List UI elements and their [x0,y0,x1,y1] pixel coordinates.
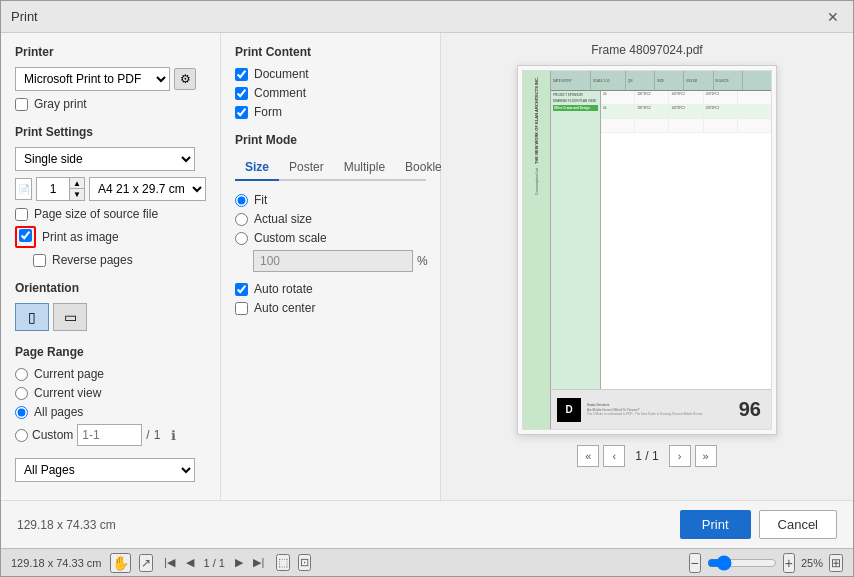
printer-settings-button[interactable]: ⚙ [174,68,196,90]
page-size-source-checkbox[interactable] [15,208,28,221]
mini-prev-page-button[interactable]: ◀ [181,554,199,572]
page-range-title: Page Range [15,345,206,359]
copies-input-wrap: 1 ▲ ▼ [36,177,85,201]
scale-input[interactable]: 100 [253,250,413,272]
custom-of-label: / [146,428,149,442]
fit-width-button[interactable]: ⬚ [276,554,290,571]
current-page-label: Current page [34,367,104,381]
first-page-button[interactable]: « [577,445,599,467]
dialog-body: Printer Microsoft Print to PDF Adobe PDF… [1,33,853,500]
info-button[interactable]: ℹ [164,426,182,444]
actual-size-label: Actual size [254,212,312,226]
current-page-radio[interactable] [15,368,28,381]
landscape-button[interactable]: ▭ [53,303,87,331]
tab-poster[interactable]: Poster [279,155,334,181]
cancel-button[interactable]: Cancel [759,510,837,539]
all-pages-radio[interactable] [15,406,28,419]
copies-arrows: ▲ ▼ [69,178,84,200]
copies-row: 📄 1 ▲ ▼ A4 21 x 29.7 cm Letter A3 [15,177,206,201]
mini-last-page-button[interactable]: ▶| [250,554,268,572]
print-button[interactable]: Print [680,510,751,539]
grid-view-button[interactable]: ⊞ [829,554,843,572]
select-tool-button[interactable]: ↗ [139,554,153,572]
form-label: Form [254,105,282,119]
document-checkbox[interactable] [235,68,248,81]
zoom-slider[interactable] [707,556,777,570]
footer-dimensions: 129.18 x 74.33 cm [17,518,116,532]
form-checkbox[interactable] [235,106,248,119]
print-mode-section: Print Mode Size Poster Multiple Booklet … [235,133,426,315]
custom-radio[interactable] [15,429,28,442]
print-mode-title: Print Mode [235,133,426,147]
all-pages-filter-select[interactable]: All Pages Odd Pages Even Pages [15,458,195,482]
copies-down-button[interactable]: ▼ [70,189,84,200]
prev-page-button[interactable]: ‹ [603,445,625,467]
title-bar: Print ✕ [1,1,853,33]
statusbar-left: 129.18 x 74.33 cm ✋ ↗ |◀ ◀ 1 / 1 ▶ ▶| ⬚ … [11,553,311,573]
fit-radio[interactable] [235,194,248,207]
print-dialog: Print ✕ Printer Microsoft Print to PDF A… [0,0,854,577]
dialog-footer: 129.18 x 74.33 cm Print Cancel [1,500,853,548]
mode-select[interactable]: Single side Both sides (Long edge) [15,147,195,171]
custom-row: Custom / 1 ℹ [15,424,206,446]
zoom-in-button[interactable]: + [783,553,795,573]
current-view-row: Current view [15,386,206,400]
dialog-title: Print [11,9,38,24]
close-button[interactable]: ✕ [823,7,843,27]
mini-next-page-button[interactable]: ▶ [230,554,248,572]
fit-page-button[interactable]: ⊡ [298,554,311,571]
page-size-select[interactable]: A4 21 x 29.7 cm Letter A3 [89,177,206,201]
percent-label: % [417,254,428,268]
page-range-section: Page Range Current page Current view All… [15,345,206,482]
portrait-button[interactable]: ▯ [15,303,49,331]
custom-scale-radio[interactable] [235,232,248,245]
custom-range-input[interactable] [77,424,142,446]
preview-area: THE NEW WORK OF KLAN ARCHITECTS INC. Con… [517,65,777,435]
tab-multiple[interactable]: Multiple [334,155,395,181]
actual-size-radio[interactable] [235,213,248,226]
gray-print-row: Gray print [15,97,206,111]
page-size-source-label: Page size of source file [34,207,158,221]
mini-page-display: 1 / 1 [201,557,228,569]
reverse-pages-label: Reverse pages [52,253,133,267]
copies-input[interactable]: 1 [37,178,69,200]
auto-rotate-checkbox[interactable] [235,283,248,296]
fit-label: Fit [254,193,267,207]
all-pages-select-row: All Pages Odd Pages Even Pages [15,452,206,482]
custom-total-label: 1 [154,428,161,442]
auto-rotate-row: Auto rotate [235,282,426,296]
print-content-section: Print Content Document Comment Form [235,45,426,119]
zoom-out-button[interactable]: − [689,553,701,573]
comment-label: Comment [254,86,306,100]
landscape-icon: ▭ [64,309,77,325]
comment-row: Comment [235,86,426,100]
zoom-level: 25% [801,557,823,569]
comment-checkbox[interactable] [235,87,248,100]
copies-up-button[interactable]: ▲ [70,178,84,189]
print-content-title: Print Content [235,45,426,59]
print-as-image-checkbox[interactable] [19,229,32,242]
hand-tool-button[interactable]: ✋ [110,553,131,573]
reverse-pages-checkbox[interactable] [33,254,46,267]
page-nav-mini: |◀ ◀ 1 / 1 ▶ ▶| [161,554,268,572]
document-inner: THE NEW WORK OF KLAN ARCHITECTS INC. Con… [522,70,772,430]
current-view-radio[interactable] [15,387,28,400]
current-view-label: Current view [34,386,101,400]
print-settings-section: Print Settings Single side Both sides (L… [15,125,206,267]
auto-center-checkbox[interactable] [235,302,248,315]
print-as-image-label: Print as image [42,230,119,244]
printer-section: Printer Microsoft Print to PDF Adobe PDF… [15,45,206,111]
form-row: Form [235,105,426,119]
next-page-button[interactable]: › [669,445,691,467]
middle-panel: Print Content Document Comment Form Prin… [221,33,441,500]
last-page-button[interactable]: » [695,445,717,467]
mini-first-page-button[interactable]: |◀ [161,554,179,572]
auto-center-row: Auto center [235,301,426,315]
printer-select[interactable]: Microsoft Print to PDF Adobe PDF [15,67,170,91]
auto-rotate-label: Auto rotate [254,282,313,296]
gray-print-checkbox[interactable] [15,98,28,111]
footer-buttons: Print Cancel [680,510,837,539]
orientation-title: Orientation [15,281,206,295]
preview-title: Frame 48097024.pdf [591,43,702,57]
tab-size[interactable]: Size [235,155,279,181]
